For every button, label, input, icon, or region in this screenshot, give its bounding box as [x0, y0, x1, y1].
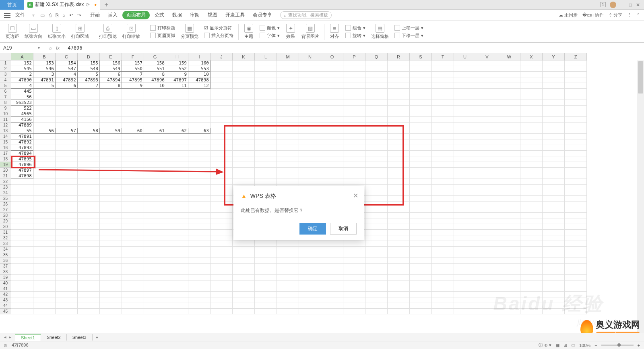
cell[interactable]	[78, 168, 100, 173]
cell[interactable]	[299, 66, 321, 72]
cell[interactable]: 157	[122, 60, 144, 66]
cell[interactable]	[211, 224, 233, 230]
cell[interactable]	[388, 218, 410, 224]
cell[interactable]	[432, 218, 454, 224]
cell[interactable]	[100, 286, 122, 292]
qat-undo-icon[interactable]: ↶	[69, 12, 73, 18]
cell[interactable]	[166, 139, 188, 145]
cell[interactable]	[476, 269, 498, 275]
cell[interactable]	[122, 173, 144, 179]
cell[interactable]	[255, 89, 277, 94]
cell[interactable]	[144, 207, 166, 213]
cell[interactable]	[388, 168, 410, 173]
cell[interactable]	[188, 173, 211, 179]
rotate-button[interactable]: 旋转 ▾	[343, 32, 368, 39]
cell[interactable]	[277, 139, 299, 145]
row-header[interactable]: 17	[0, 151, 11, 156]
cell[interactable]	[188, 196, 211, 202]
cell[interactable]	[498, 196, 520, 202]
cell[interactable]	[188, 111, 211, 117]
cell[interactable]	[255, 77, 277, 83]
cell[interactable]	[211, 202, 233, 207]
cell[interactable]	[255, 100, 277, 106]
cell[interactable]	[410, 247, 432, 252]
zoom-slider[interactable]	[601, 345, 634, 346]
cell[interactable]	[211, 190, 233, 196]
cell[interactable]	[520, 269, 543, 275]
cell[interactable]	[211, 213, 233, 218]
cell[interactable]	[144, 258, 166, 264]
cell[interactable]	[299, 252, 321, 258]
badge-icon[interactable]: 1	[600, 2, 606, 7]
cell[interactable]	[211, 185, 233, 190]
cell[interactable]	[454, 156, 476, 162]
cell[interactable]	[476, 297, 498, 303]
cell[interactable]	[498, 72, 520, 77]
cell[interactable]	[211, 89, 233, 94]
cell[interactable]	[33, 196, 56, 202]
cell[interactable]	[122, 224, 144, 230]
cell[interactable]	[78, 106, 100, 111]
cell[interactable]	[520, 111, 543, 117]
cell[interactable]	[543, 202, 565, 207]
cell[interactable]	[365, 111, 388, 117]
group-button[interactable]: 组合 ▾	[343, 25, 368, 31]
cell[interactable]	[78, 297, 100, 303]
cell[interactable]	[343, 134, 365, 139]
cell[interactable]	[565, 94, 587, 100]
cell[interactable]	[543, 60, 565, 66]
cell[interactable]	[78, 117, 100, 123]
cell[interactable]	[188, 94, 211, 100]
cell[interactable]	[233, 139, 255, 145]
cell[interactable]	[277, 123, 299, 128]
cell[interactable]	[498, 162, 520, 168]
cell[interactable]	[277, 145, 299, 151]
cell[interactable]	[11, 202, 33, 207]
cell[interactable]: 545	[11, 66, 33, 72]
cell[interactable]	[233, 134, 255, 139]
cell[interactable]	[543, 190, 565, 196]
cell[interactable]	[410, 218, 432, 224]
cell[interactable]	[122, 162, 144, 168]
cell[interactable]	[343, 241, 365, 247]
cell[interactable]: 550	[122, 66, 144, 72]
cell[interactable]	[166, 230, 188, 235]
cell[interactable]	[498, 213, 520, 218]
cell[interactable]	[520, 134, 543, 139]
cell[interactable]	[543, 168, 565, 173]
cell[interactable]	[498, 185, 520, 190]
cell[interactable]	[365, 280, 388, 286]
cell[interactable]	[56, 241, 78, 247]
cell[interactable]	[299, 269, 321, 275]
cell[interactable]	[122, 145, 144, 151]
cell[interactable]	[211, 83, 233, 89]
cell[interactable]	[410, 213, 432, 218]
cell[interactable]	[520, 89, 543, 94]
cell[interactable]	[454, 94, 476, 100]
cell[interactable]	[565, 106, 587, 111]
cell[interactable]	[321, 247, 343, 252]
menu-member[interactable]: 会员专享	[250, 12, 275, 19]
cell[interactable]	[100, 173, 122, 179]
row-header[interactable]: 44	[0, 303, 11, 309]
cell[interactable]	[410, 235, 432, 241]
cell[interactable]	[100, 162, 122, 168]
cell[interactable]	[388, 66, 410, 72]
cell[interactable]: 47896	[11, 162, 33, 168]
cell[interactable]	[410, 303, 432, 309]
cell[interactable]	[343, 258, 365, 264]
cell[interactable]	[476, 179, 498, 185]
cell[interactable]	[33, 123, 56, 128]
cell[interactable]	[100, 269, 122, 275]
cell[interactable]	[211, 134, 233, 139]
cell[interactable]	[56, 123, 78, 128]
cell[interactable]	[476, 258, 498, 264]
scrollbar-thumb[interactable]	[638, 61, 643, 93]
row-header[interactable]: 18	[0, 156, 11, 162]
cell[interactable]	[33, 151, 56, 156]
cell[interactable]	[100, 292, 122, 297]
cell[interactable]	[78, 196, 100, 202]
row-header[interactable]: 9	[0, 106, 11, 111]
cell[interactable]	[365, 247, 388, 252]
cell[interactable]	[432, 106, 454, 111]
